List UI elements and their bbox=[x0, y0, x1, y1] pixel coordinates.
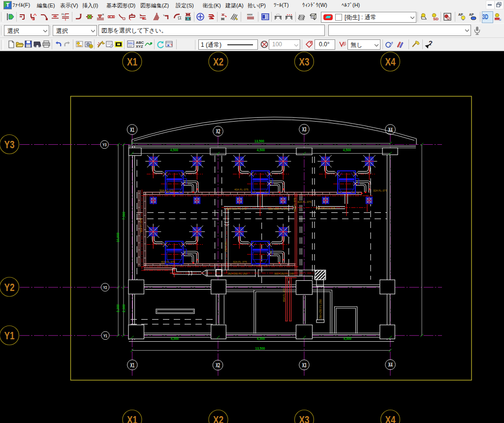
svg-text:3D: 3D bbox=[482, 13, 488, 21]
svg-text:65A FL-375: 65A FL-375 bbox=[293, 198, 296, 212]
svg-text:10,600: 10,600 bbox=[116, 232, 120, 242]
svg-text:13,500: 13,500 bbox=[254, 139, 264, 143]
svg-text:MMM: MMM bbox=[247, 13, 252, 17]
svg-text:2,300: 2,300 bbox=[122, 304, 126, 312]
svg-text:40A FL-375: 40A FL-375 bbox=[234, 188, 248, 191]
svg-text:32A FL-375: 32A FL-375 bbox=[297, 200, 311, 203]
svg-text:2,300: 2,300 bbox=[116, 304, 120, 312]
svg-text:XYZ: XYZ bbox=[136, 44, 143, 49]
svg-text:40A FL-375: 40A FL-375 bbox=[161, 260, 175, 263]
svg-text:4,500: 4,500 bbox=[170, 148, 179, 152]
svg-text:50A FL-375: 50A FL-375 bbox=[159, 189, 173, 192]
svg-text:X4: X4 bbox=[388, 127, 393, 133]
svg-text:Y3: Y3 bbox=[4, 138, 15, 151]
svg-text:4,500: 4,500 bbox=[257, 148, 265, 152]
svg-text:350×250 FL-250: 350×250 FL-250 bbox=[274, 272, 294, 275]
svg-text:X1: X1 bbox=[130, 362, 134, 369]
svg-text:X2: X2 bbox=[213, 56, 223, 68]
svg-text:150×250 FL-375: 150×250 FL-375 bbox=[268, 207, 288, 210]
svg-text:X1: X1 bbox=[127, 414, 137, 423]
svg-text:4,500: 4,500 bbox=[257, 337, 265, 341]
svg-text:250×250 FL-250: 250×250 FL-250 bbox=[227, 272, 248, 275]
svg-text:Y2: Y2 bbox=[4, 281, 15, 293]
svg-text:X3: X3 bbox=[299, 56, 310, 68]
svg-text:250×250 FL-250: 250×250 FL-250 bbox=[319, 299, 322, 319]
svg-text:32A FL-375: 32A FL-375 bbox=[233, 260, 247, 263]
svg-text:X2: X2 bbox=[216, 362, 220, 369]
svg-text:Y1: Y1 bbox=[4, 329, 15, 342]
svg-text:X1: X1 bbox=[130, 127, 134, 133]
svg-text:150×250 FL-375: 150×250 FL-375 bbox=[315, 207, 336, 210]
svg-text:X3: X3 bbox=[302, 126, 307, 133]
svg-text:Y2: Y2 bbox=[103, 285, 107, 290]
svg-text:32A FL-375: 32A FL-375 bbox=[373, 189, 387, 192]
svg-text:X4: X4 bbox=[385, 414, 396, 423]
svg-text:4,500: 4,500 bbox=[344, 337, 352, 341]
svg-text:250×250: 250×250 bbox=[224, 241, 227, 252]
svg-text:X2: X2 bbox=[213, 414, 223, 423]
svg-text:250×250 FL-375: 250×250 FL-375 bbox=[226, 207, 247, 210]
svg-text:50A FL-375: 50A FL-375 bbox=[140, 219, 143, 232]
svg-text:SD: SD bbox=[433, 17, 439, 21]
svg-text:13,500: 13,500 bbox=[255, 347, 265, 351]
svg-text:AP: AP bbox=[469, 13, 474, 16]
svg-text:4,500: 4,500 bbox=[171, 337, 179, 341]
svg-text:7,500: 7,500 bbox=[122, 211, 126, 220]
svg-text:X1: X1 bbox=[127, 56, 137, 68]
svg-text:X2: X2 bbox=[216, 128, 220, 135]
svg-text:X4: X4 bbox=[388, 361, 393, 368]
svg-text:X4: X4 bbox=[385, 56, 396, 68]
svg-text:u: u bbox=[499, 18, 501, 21]
svg-text:FL: FL bbox=[62, 13, 65, 16]
svg-text:X3: X3 bbox=[299, 414, 310, 423]
svg-text:BBQ: BBQ bbox=[128, 42, 134, 45]
svg-text:Y1: Y1 bbox=[103, 333, 108, 338]
svg-text:X3: X3 bbox=[302, 362, 307, 369]
svg-text:?: ? bbox=[429, 40, 433, 47]
svg-text:4,500: 4,500 bbox=[343, 148, 351, 152]
svg-text:Y3: Y3 bbox=[102, 142, 107, 147]
svg-text:65A FL-375: 65A FL-375 bbox=[283, 288, 285, 302]
